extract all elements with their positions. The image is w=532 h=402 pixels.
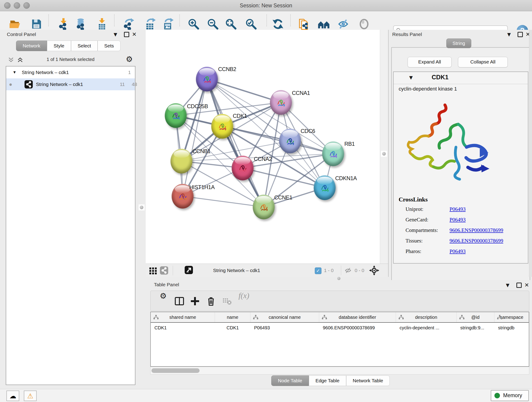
results-scrollbar[interactable] (529, 30, 532, 277)
memory-button[interactable]: Memory (491, 390, 529, 401)
tab-style[interactable]: Style (47, 41, 71, 51)
crosslink-link[interactable]: 9606.ENSP00000378699 (450, 227, 503, 233)
zoom-in-button[interactable] (187, 18, 200, 31)
add-column-icon[interactable] (190, 296, 200, 306)
table-horizontal-scrollbar[interactable] (150, 367, 529, 375)
export-network-button[interactable] (122, 18, 135, 31)
network-edge[interactable] (207, 79, 281, 102)
delete-table-icon[interactable] (222, 296, 232, 306)
tab-node-table[interactable]: Node Table (271, 375, 309, 386)
column-header-namespace[interactable]: namespace (494, 312, 529, 322)
network-node-cdk1[interactable] (211, 114, 233, 139)
close-panel-icon[interactable]: ✕ (132, 31, 137, 38)
hidden-eye-icon[interactable] (344, 267, 352, 274)
panel-menu-icon[interactable]: ▼ (114, 32, 117, 37)
crosslink-link[interactable]: P06493 (450, 217, 466, 223)
float-panel-icon[interactable] (518, 32, 523, 37)
panel-menu-icon[interactable]: ▼ (506, 282, 509, 288)
tab-network-table[interactable]: Network Table (346, 375, 390, 386)
show-columns-icon[interactable] (174, 296, 184, 306)
delete-column-icon[interactable] (206, 296, 216, 306)
hide-selected-button[interactable] (337, 18, 350, 31)
network-canvas[interactable]: CCNB2CCNA1CDC25BCDK1CDC6RB1CCNB1CCNA2CDK… (146, 30, 380, 264)
table-cell[interactable]: P06493 (250, 323, 319, 333)
column-header--id[interactable]: @id (457, 312, 494, 322)
tab-edge-table[interactable]: Edge Table (309, 375, 346, 386)
open-session-button[interactable] (8, 18, 21, 31)
column-header-shared-name[interactable]: shared name (151, 312, 215, 322)
save-session-button[interactable] (30, 18, 43, 31)
table-cell[interactable]: cyclin-dependent ... (396, 323, 457, 333)
table-settings-gear-icon[interactable]: ⚙ (160, 291, 167, 300)
network-node-rb1[interactable] (322, 141, 344, 166)
zoom-out-button[interactable] (206, 18, 219, 31)
table-row[interactable]: CDK1CDK1P064939606.ENSP00000378699cyclin… (151, 323, 529, 333)
column-header-canonical-name[interactable]: canonical name (250, 312, 319, 322)
import-table-from-file-button[interactable] (95, 18, 108, 31)
zoom-selected-button[interactable] (245, 18, 258, 31)
warnings-button[interactable]: ⚠ (24, 390, 37, 401)
table-cell[interactable]: stringdb (494, 323, 529, 333)
show-all-button[interactable] (358, 18, 370, 31)
fit-content-crosshair-icon[interactable] (369, 265, 379, 275)
network-edge[interactable] (207, 79, 264, 207)
horizontal-splitter-handle[interactable] (337, 277, 341, 280)
collapse-row-icon[interactable]: ▼ (13, 66, 17, 78)
gene-section-header[interactable]: ▼ CDK1 (394, 72, 528, 84)
column-header-database-identifier[interactable]: database identifier (319, 312, 396, 322)
tab-network[interactable]: Network (16, 41, 47, 51)
network-node-ccnb2[interactable] (196, 67, 218, 91)
table-cell[interactable]: 9606.ENSP00000378699 (319, 323, 396, 333)
network-collection-row[interactable]: ▼ String Network – cdk1 1 (6, 66, 135, 78)
crosslink-link[interactable]: P06493 (450, 249, 466, 254)
collapse-all-button[interactable]: Collapse All (458, 57, 508, 67)
gear-icon[interactable]: ⚙ (126, 55, 133, 64)
network-node-ccnb1[interactable] (171, 149, 192, 173)
collapse-section-icon[interactable]: ▼ (409, 75, 413, 80)
network-node-ccna2[interactable] (232, 156, 254, 180)
crosslink-link[interactable]: P06493 (450, 206, 466, 212)
tab-string[interactable]: String (446, 38, 471, 48)
scrollbar-thumb[interactable] (152, 368, 200, 373)
cloud-status-button[interactable]: ☁ (6, 390, 19, 401)
results-panel: Results Panel ▼ ✕ String Expand All Coll… (388, 30, 532, 277)
expand-all-button[interactable]: Expand All (408, 57, 452, 67)
network-row[interactable]: ● String Network – cdk1 11 48 (6, 78, 135, 90)
crosslink-link[interactable]: 9606.ENSP00000378699 (450, 238, 503, 244)
node-label-cdc6: CDC6 (301, 128, 315, 134)
table-cell[interactable]: stringdb:9... (457, 323, 494, 333)
float-panel-icon[interactable] (516, 283, 522, 288)
export-image-button[interactable] (162, 18, 174, 31)
export-table-button[interactable] (144, 18, 157, 31)
selected-checkbox-icon[interactable]: ✓ (315, 268, 322, 274)
network-node-cdc6[interactable] (279, 128, 301, 153)
table-cell[interactable]: CDK1 (215, 323, 250, 333)
network-node-ccna1[interactable] (270, 90, 292, 115)
network-node-cdc25b[interactable] (165, 103, 187, 128)
open-in-new-window-icon[interactable] (185, 266, 193, 274)
left-splitter-handle[interactable] (139, 204, 145, 211)
network-edge[interactable] (222, 126, 333, 154)
import-network-from-database-button[interactable] (74, 18, 87, 31)
birdseye-grid-icon[interactable] (149, 267, 157, 275)
first-neighbors-button[interactable] (317, 18, 330, 31)
close-panel-icon[interactable]: ✕ (525, 282, 529, 288)
float-panel-icon[interactable] (124, 32, 129, 37)
import-network-from-file-button[interactable] (57, 18, 70, 31)
tab-sets[interactable]: Sets (98, 41, 120, 51)
function-builder-icon[interactable]: f(x) (239, 291, 249, 300)
network-edge[interactable] (183, 196, 264, 207)
network-node-cdkn1a[interactable] (314, 175, 336, 200)
new-network-from-selection-button[interactable] (298, 18, 311, 31)
zoom-fit-button[interactable] (225, 18, 237, 31)
right-splitter-handle[interactable] (381, 151, 387, 157)
tab-select[interactable]: Select (71, 41, 98, 51)
table-cell[interactable]: CDK1 (151, 323, 215, 333)
right-splitter[interactable] (380, 30, 389, 264)
column-header-name[interactable]: name (215, 312, 250, 322)
panel-menu-icon[interactable]: ▼ (507, 32, 511, 37)
column-header-description[interactable]: description (396, 312, 457, 322)
network-share-icon[interactable] (160, 266, 168, 274)
network-node-ccne1[interactable] (253, 195, 275, 219)
refresh-button[interactable] (272, 18, 284, 31)
